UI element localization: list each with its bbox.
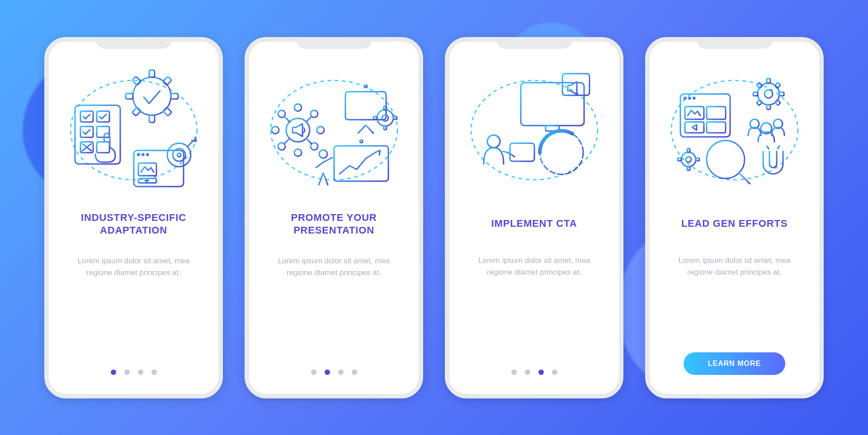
phone-notch <box>296 37 373 49</box>
lead-gen-icon <box>667 62 802 198</box>
dot-2[interactable] <box>525 370 530 375</box>
svg-line-132 <box>767 146 769 149</box>
svg-rect-110 <box>753 92 758 96</box>
dot-4[interactable] <box>151 370 157 375</box>
screen-title: INDUSTRY-SPECIFIC ADAPTATION <box>81 211 186 237</box>
dot-3[interactable] <box>338 370 344 375</box>
phone-notch <box>496 37 573 49</box>
onboarding-screen-4: LEAD GEN EFFORTS Lorem ipsum dolor sit a… <box>645 37 824 398</box>
screen-title: IMPLEMENT CTA <box>491 211 577 237</box>
svg-point-26 <box>177 153 181 157</box>
svg-rect-109 <box>779 92 784 96</box>
svg-rect-14 <box>132 107 141 116</box>
svg-rect-123 <box>678 158 681 161</box>
svg-point-35 <box>294 149 302 156</box>
onboarding-screen-3: IMPLEMENT CTA Lorem ipsum dolor sit amet… <box>445 37 623 398</box>
svg-rect-112 <box>756 99 762 105</box>
svg-rect-12 <box>126 94 133 99</box>
svg-rect-10 <box>149 115 155 122</box>
svg-point-95 <box>689 97 690 99</box>
dot-1[interactable] <box>511 370 517 375</box>
svg-rect-78 <box>562 74 590 95</box>
svg-rect-102 <box>707 122 726 133</box>
page-indicator <box>311 370 357 375</box>
phone-notch <box>696 37 773 49</box>
page-indicator <box>111 370 157 375</box>
dot-2[interactable] <box>325 370 330 375</box>
dot-1[interactable] <box>111 370 116 375</box>
industry-adaptation-icon <box>66 62 202 198</box>
svg-line-40 <box>284 117 290 122</box>
svg-point-29 <box>272 126 279 134</box>
svg-rect-15 <box>163 107 172 116</box>
svg-line-69 <box>323 173 328 185</box>
svg-line-67 <box>316 162 323 168</box>
phone-row: INDUSTRY-SPECIFIC ADAPTATION Lorem ipsum… <box>0 0 868 435</box>
svg-rect-108 <box>767 105 770 109</box>
svg-rect-107 <box>767 79 770 83</box>
svg-point-19 <box>137 154 139 155</box>
svg-rect-58 <box>384 126 387 130</box>
svg-point-80 <box>487 135 500 148</box>
screen-title: LEAD GEN EFFORTS <box>681 211 788 237</box>
phone-notch <box>95 37 172 49</box>
svg-point-21 <box>146 154 148 155</box>
svg-rect-57 <box>384 106 387 110</box>
page-indicator <box>511 370 557 375</box>
dot-1[interactable] <box>311 370 316 375</box>
svg-rect-13 <box>163 76 172 85</box>
onboarding-screen-1: INDUSTRY-SPECIFIC ADAPTATION Lorem ipsum… <box>44 37 223 398</box>
svg-point-55 <box>377 110 393 126</box>
implement-cta-icon <box>467 62 602 198</box>
screen-body: Lorem ipsum dolor sit amet, mea regione … <box>65 255 202 279</box>
svg-rect-113 <box>774 99 780 105</box>
svg-point-33 <box>294 104 302 111</box>
svg-point-119 <box>686 157 691 162</box>
svg-line-38 <box>306 117 311 122</box>
svg-point-96 <box>693 97 695 99</box>
svg-rect-5 <box>97 126 109 137</box>
svg-point-64 <box>319 150 327 158</box>
dot-3[interactable] <box>538 370 544 375</box>
svg-rect-60 <box>373 117 377 119</box>
dot-2[interactable] <box>124 370 130 375</box>
svg-line-134 <box>778 146 779 149</box>
svg-rect-122 <box>696 158 699 161</box>
svg-rect-9 <box>149 70 155 77</box>
svg-line-42 <box>306 138 311 144</box>
svg-point-56 <box>382 115 388 121</box>
screen-body: Lorem ipsum dolor sit amet, mea regione … <box>666 255 803 279</box>
svg-rect-1 <box>75 105 120 164</box>
screen-body: Lorem ipsum dolor sit amet, mea regione … <box>265 255 402 279</box>
dot-4[interactable] <box>352 370 357 375</box>
svg-point-20 <box>142 154 144 155</box>
svg-line-50 <box>366 125 373 133</box>
svg-point-94 <box>684 97 686 99</box>
svg-point-106 <box>764 90 773 98</box>
svg-point-47 <box>364 85 367 88</box>
screen-body: Lorem ipsum dolor sit amet, mea regione … <box>466 255 603 279</box>
svg-rect-98 <box>707 107 726 119</box>
svg-rect-81 <box>510 143 534 161</box>
svg-rect-101 <box>685 122 704 133</box>
svg-rect-7 <box>97 142 109 153</box>
svg-rect-45 <box>345 92 386 120</box>
svg-rect-120 <box>687 149 690 152</box>
svg-point-63 <box>360 140 363 143</box>
svg-rect-121 <box>687 167 690 170</box>
promote-presentation-icon <box>266 62 402 198</box>
svg-line-44 <box>284 138 290 144</box>
dot-4[interactable] <box>552 370 557 375</box>
svg-rect-17 <box>134 150 184 187</box>
svg-rect-114 <box>756 82 762 88</box>
screen-title: PROMOTE YOUR PRESENTATION <box>291 211 377 237</box>
svg-rect-59 <box>393 117 397 119</box>
learn-more-button[interactable]: LEARN MORE <box>684 352 786 375</box>
svg-rect-111 <box>774 82 780 88</box>
onboarding-screen-2: PROMOTE YOUR PRESENTATION Lorem ipsum do… <box>245 37 423 398</box>
dot-3[interactable] <box>138 370 143 375</box>
svg-point-31 <box>317 126 324 134</box>
svg-line-49 <box>358 125 366 133</box>
